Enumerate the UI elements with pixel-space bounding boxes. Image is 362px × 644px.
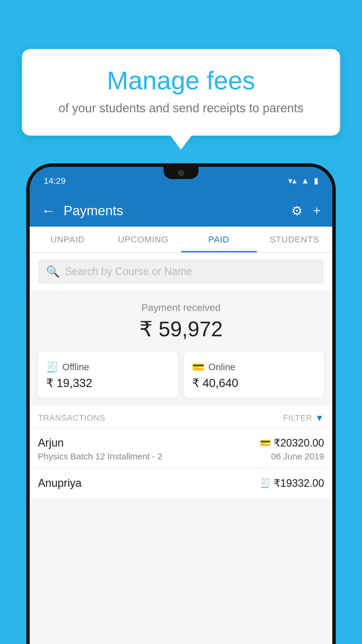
- speech-bubble: Manage fees of your students and send re…: [22, 49, 340, 136]
- status-bar: 14:29 ▾▴ ▲ ▮: [30, 167, 332, 195]
- online-card: 💳 Online ₹ 40,640: [184, 352, 324, 398]
- bubble-subtitle: of your students and send receipts to pa…: [45, 101, 317, 115]
- transaction-name: Anupriya: [38, 477, 82, 489]
- bubble-title: Manage fees: [45, 66, 317, 95]
- transaction-top: Arjun 💳 ₹20320.00: [38, 437, 324, 449]
- header-title: Payments: [64, 203, 283, 218]
- gear-icon[interactable]: ⚙: [291, 203, 303, 218]
- offline-card: 🧾 Offline ₹ 19,332: [38, 352, 178, 398]
- payment-received-label: Payment received: [38, 302, 324, 313]
- plus-icon[interactable]: +: [313, 203, 321, 218]
- search-placeholder: Search by Course or Name: [65, 265, 192, 278]
- phone-frame: 14:29 ▾▴ ▲ ▮ ← Payments ⚙ + UNPAID UPCOM…: [26, 163, 336, 644]
- transaction-top: Anupriya 🧾 ₹19332.00: [38, 477, 324, 489]
- signal-icon: ▲: [301, 176, 309, 186]
- phone-screen: 14:29 ▾▴ ▲ ▮ ← Payments ⚙ + UNPAID UPCOM…: [30, 167, 332, 644]
- transaction-row[interactable]: Arjun 💳 ₹20320.00 Physics Batch 12 Insta…: [30, 428, 332, 468]
- filter-icon: ▼: [315, 413, 324, 423]
- transaction-row[interactable]: Anupriya 🧾 ₹19332.00: [30, 468, 332, 499]
- camera: [178, 170, 184, 176]
- payment-card-icon: 💳: [260, 438, 271, 448]
- search-icon: 🔍: [46, 265, 60, 278]
- payment-cash-icon: 🧾: [260, 478, 271, 488]
- transaction-amount: ₹19332.00: [274, 477, 324, 489]
- tab-unpaid[interactable]: UNPAID: [30, 227, 106, 252]
- card-icon: 💳: [192, 361, 204, 373]
- status-icons: ▾▴ ▲ ▮: [288, 176, 318, 186]
- tab-upcoming[interactable]: UPCOMING: [106, 227, 181, 252]
- tab-students[interactable]: STUDENTS: [257, 227, 333, 252]
- header-action-icons: ⚙ +: [291, 203, 321, 218]
- payment-received-amount: ₹ 59,972: [38, 317, 324, 341]
- payment-cards: 🧾 Offline ₹ 19,332 💳 Online ₹ 40,640: [30, 352, 332, 406]
- filter-button[interactable]: FILTER ▼: [283, 413, 324, 423]
- notch: [164, 167, 198, 179]
- offline-amount: ₹ 19,332: [46, 376, 170, 390]
- payment-received-section: Payment received ₹ 59,972: [30, 290, 332, 352]
- tabs-bar: UNPAID UPCOMING PAID STUDENTS: [30, 227, 332, 253]
- wifi-icon: ▾▴: [288, 176, 296, 186]
- transaction-desc: Physics Batch 12 Installment - 2: [38, 452, 162, 461]
- transactions-label: TRANSACTIONS: [38, 413, 105, 423]
- battery-icon: ▮: [314, 176, 318, 186]
- transaction-amount-wrap: 🧾 ₹19332.00: [260, 477, 324, 489]
- back-button[interactable]: ←: [41, 203, 55, 219]
- transaction-name: Arjun: [38, 437, 64, 449]
- search-box[interactable]: 🔍 Search by Course or Name: [38, 259, 324, 284]
- transaction-bottom: Physics Batch 12 Installment - 2 06 June…: [38, 452, 324, 461]
- online-label: Online: [208, 362, 236, 372]
- search-container: 🔍 Search by Course or Name: [30, 253, 332, 290]
- offline-card-header: 🧾 Offline: [46, 361, 170, 373]
- app-header: ← Payments ⚙ +: [30, 195, 332, 227]
- filter-label: FILTER: [283, 413, 312, 423]
- status-time: 14:29: [44, 176, 288, 186]
- cash-icon: 🧾: [46, 361, 58, 373]
- tab-paid[interactable]: PAID: [181, 227, 257, 252]
- transaction-date: 06 June 2019: [271, 452, 324, 461]
- transaction-amount: ₹20320.00: [274, 437, 324, 449]
- online-amount: ₹ 40,640: [192, 376, 316, 390]
- online-card-header: 💳 Online: [192, 361, 316, 373]
- transaction-amount-wrap: 💳 ₹20320.00: [260, 437, 324, 449]
- offline-label: Offline: [62, 362, 89, 372]
- transactions-header: TRANSACTIONS FILTER ▼: [30, 406, 332, 428]
